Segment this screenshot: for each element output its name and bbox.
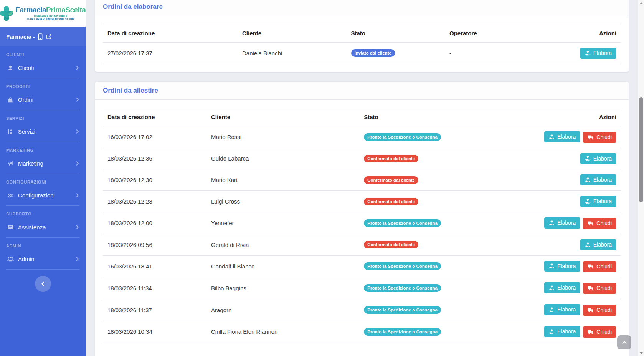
elabora-button[interactable]: Elabora — [580, 153, 616, 164]
sidebar-collapse-button[interactable] — [35, 276, 51, 292]
actions-cell: Elabora Chiudi — [533, 212, 621, 234]
orders-to-process-table: Data di creazioneClienteStatoOperatoreAz… — [103, 24, 621, 64]
button-label: Chiudi — [596, 220, 612, 227]
orders-to-prepare-table: Data di creazioneClienteStatoAzioni 16/0… — [103, 108, 621, 343]
button-label: Elabora — [593, 177, 612, 183]
column-header: Azioni — [533, 108, 621, 126]
sidebar-item-clienti[interactable]: Clienti — [0, 60, 86, 75]
elabora-button[interactable]: Elabora — [544, 282, 580, 293]
sidebar-item-configurazioni[interactable]: ⚙⚙ Configurazioni — [0, 188, 86, 203]
table-row: 18/03/2026 10:34Cirilla Fiona Elen Riann… — [103, 321, 621, 343]
sidebar-section-header: CONFIGURAZIONI — [6, 180, 79, 184]
hand-holding-heart-icon — [585, 199, 591, 204]
status-badge: Pronto la Spedizione o Consegna — [364, 262, 441, 270]
hand-holding-heart-icon — [549, 307, 555, 313]
status-badge: Pronto la Spedizione o Consegna — [364, 133, 441, 141]
sidebar-section-header: ADMIN — [6, 243, 79, 248]
actions-cell: Elabora — [548, 43, 621, 64]
app-logo[interactable]: ✓ FarmaciaPrimaScelta Il software per di… — [0, 0, 86, 27]
scrollbar-thumb[interactable] — [639, 97, 643, 202]
table-row: 18/03/2026 12:28Luigi CrossConfermato da… — [103, 191, 621, 212]
chiudi-button[interactable]: Chiudi — [583, 283, 616, 294]
status-badge: Pronto la Spedizione o Consegna — [364, 284, 441, 292]
button-label: Elabora — [557, 306, 576, 313]
actions-cell: Elabora — [533, 234, 621, 255]
sidebar-item-label: Admin — [18, 256, 35, 262]
actions-cell: Elabora — [533, 148, 621, 169]
sidebar-item-admin[interactable]: Admin — [0, 252, 86, 267]
card-orders-to-prepare: Ordini da allestire Data di creazioneCli… — [95, 81, 629, 356]
client-cell: Gerald di Rivia — [206, 234, 359, 255]
elabora-button[interactable]: Elabora — [580, 239, 616, 250]
scrollbar-up-arrow[interactable] — [638, 0, 644, 6]
card-orders-to-process: Ordini da elaborare Data di creazioneCli… — [95, 0, 629, 72]
chevron-right-icon — [75, 66, 79, 70]
column-header: Data di creazione — [103, 108, 206, 126]
date-cell: 18/03/2026 12:28 — [103, 191, 206, 212]
user-icon — [6, 65, 15, 71]
megaphone-icon — [6, 161, 15, 167]
sidebar-item-label: Servizi — [18, 128, 35, 135]
bag-icon — [6, 97, 15, 103]
chiudi-button[interactable]: Chiudi — [583, 305, 616, 316]
truck-icon — [588, 308, 594, 313]
chevron-right-icon — [75, 161, 79, 166]
date-cell: 18/03/2026 11:37 — [103, 299, 206, 321]
table-row: 16/03/2026 18:41Gandalf il BiancoPronto … — [103, 255, 621, 277]
elabora-button[interactable]: Elabora — [544, 131, 580, 142]
workspace-header: Farmacia - — [0, 27, 86, 46]
chiudi-button[interactable]: Chiudi — [583, 261, 616, 272]
table-row: 18/03/2026 12:00YenneferPronto la Spediz… — [103, 212, 621, 234]
mobile-phone-icon[interactable] — [38, 33, 43, 40]
client-cell: Luigi Cross — [206, 191, 359, 212]
elabora-button[interactable]: Elabora — [580, 48, 616, 59]
status-badge: Confermato dal cliente — [364, 198, 418, 205]
button-label: Chiudi — [596, 285, 612, 291]
status-cell: Confermato dal cliente — [359, 234, 533, 255]
chiudi-button[interactable]: Chiudi — [583, 326, 616, 338]
chiudi-button[interactable]: Chiudi — [583, 132, 616, 143]
sidebar-section-header: SUPPORTO — [6, 212, 79, 216]
chevron-right-icon — [75, 129, 79, 134]
elabora-button[interactable]: Elabora — [544, 217, 580, 229]
card-header: Ordini da elaborare — [95, 0, 629, 16]
table-row: 18/03/2026 09:56Gerald di RiviaConfermat… — [103, 234, 621, 255]
client-cell: Yennefer — [206, 212, 359, 234]
sidebar-divider — [6, 269, 79, 270]
date-cell: 18/03/2026 11:34 — [103, 277, 206, 299]
scroll-to-top-button[interactable] — [617, 335, 631, 349]
column-header: Operatore — [445, 24, 548, 43]
status-cell: Pronto la Spedizione o Consegna — [359, 299, 533, 321]
client-cell: Mario Kart — [206, 169, 359, 191]
table-row: 18/03/2026 12:36Guido LabarcaConfermato … — [103, 148, 621, 169]
elabora-button[interactable]: Elabora — [544, 326, 580, 337]
status-badge: Inviato dal cliente — [351, 49, 395, 57]
hand-holding-heart-icon — [585, 242, 591, 248]
sidebar-section-header: MARKETING — [6, 148, 79, 152]
users-icon — [6, 256, 15, 262]
sidebar-item-assistenza[interactable]: Assistenza — [0, 220, 86, 235]
hand-holding-heart-icon — [549, 263, 555, 269]
button-label: Elabora — [557, 263, 576, 270]
sidebar-item-label: Clienti — [18, 65, 34, 71]
date-cell: 18/03/2026 12:30 — [103, 169, 206, 191]
truck-icon — [588, 286, 594, 291]
main-content: Ordini da elaborare Data di creazioneCli… — [86, 0, 644, 356]
hand-holding-heart-icon — [585, 177, 591, 183]
elabora-button[interactable]: Elabora — [544, 304, 580, 315]
scrollbar-down-arrow[interactable] — [638, 350, 644, 356]
sidebar-item-servizi[interactable]: Servizi — [0, 124, 86, 139]
sidebar-divider — [6, 237, 79, 238]
elabora-button[interactable]: Elabora — [580, 174, 616, 185]
external-link-icon[interactable] — [46, 34, 52, 40]
sidebar-item-marketing[interactable]: Marketing — [0, 156, 86, 171]
elabora-button[interactable]: Elabora — [580, 196, 616, 207]
elabora-button[interactable]: Elabora — [544, 261, 580, 272]
status-cell: Inviato dal cliente — [347, 43, 445, 64]
status-badge: Confermato dal cliente — [364, 241, 418, 248]
chevron-right-icon — [75, 98, 79, 102]
button-label: Elabora — [557, 220, 576, 226]
sidebar-item-ordini[interactable]: Ordini — [0, 92, 86, 107]
chiudi-button[interactable]: Chiudi — [583, 218, 616, 229]
status-cell: Pronto la Spedizione o Consegna — [359, 212, 533, 234]
